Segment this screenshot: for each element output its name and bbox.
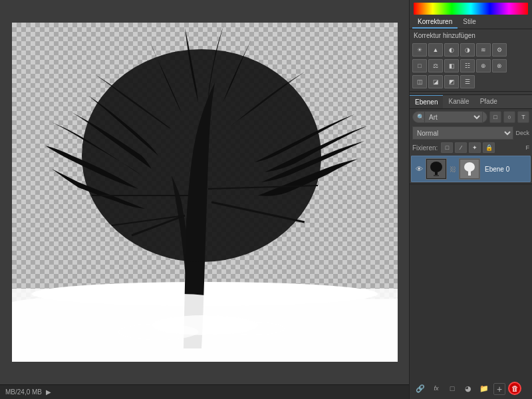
new-layer-btn[interactable]: +	[493, 383, 505, 395]
adj-invert[interactable]: ⊕	[476, 59, 491, 72]
canvas-area: MB/24,0 MB ▶	[0, 0, 409, 399]
layer-type-filter[interactable]: Art	[424, 111, 483, 123]
tab-pfade[interactable]: Pfade	[475, 95, 503, 108]
layer-mask-thumbnail	[459, 158, 480, 180]
app-layout: MB/24,0 MB ▶ Korrekturen Stile Korrektur…	[0, 0, 532, 399]
tab-stile[interactable]: Stile	[458, 16, 481, 29]
layer-thumb-svg	[427, 160, 446, 178]
adj-levels[interactable]: ▲	[428, 43, 443, 57]
adj-icons-row2: □ ⚖ ◧ ☷ ⊕ ⊗	[410, 58, 532, 74]
adj-poster[interactable]: ⊗	[492, 59, 507, 72]
layer-chain-icon: ⛓	[449, 166, 457, 173]
layer-icon-btn1[interactable]: □	[489, 111, 501, 123]
adj-icons-row1: ☀ ▲ ◐ ◑ ≋ ⚙	[410, 42, 532, 58]
canvas-container	[12, 23, 398, 362]
color-gradient-bar	[414, 3, 528, 15]
adj-threshold[interactable]: ◫	[412, 75, 427, 88]
search-wrapper[interactable]: 🔍 Art	[412, 111, 487, 123]
adj-bw[interactable]: ⚖	[428, 59, 443, 72]
svg-point-2	[82, 49, 321, 262]
blend-row: Normal Deck	[410, 125, 532, 141]
add-mask-btn[interactable]: □	[446, 382, 459, 395]
canvas-wrapper	[0, 0, 409, 384]
adj-icons-row3: ◫ ◪ ◩ ☰	[410, 74, 532, 90]
fix-label: Fixieren:	[412, 144, 438, 152]
link-layers-btn[interactable]: 🔗	[414, 382, 427, 395]
search-icon: 🔍	[417, 114, 424, 120]
layer-name: Ebene 0	[482, 166, 527, 173]
fix-icon-transparency[interactable]: □	[441, 142, 453, 153]
tab-kanaele[interactable]: Kanäle	[443, 95, 474, 108]
adj-vibrance[interactable]: ≋	[476, 43, 491, 57]
delete-layer-btn[interactable]: 🗑	[508, 382, 521, 395]
adj-pattern[interactable]: ☰	[460, 75, 475, 88]
adj-channel[interactable]: ☷	[460, 59, 475, 72]
tab-ebenen[interactable]: Ebenen	[410, 95, 443, 108]
svg-point-12	[430, 162, 442, 172]
layer-visibility-toggle[interactable]: 👁	[414, 164, 424, 174]
layer-style-btn[interactable]: fx	[430, 382, 443, 395]
adj-photo[interactable]: ◧	[444, 59, 459, 72]
tree-image	[12, 23, 398, 362]
adj-curves[interactable]: ◐	[444, 43, 459, 57]
svg-point-10	[152, 315, 258, 335]
layer-toolbar: 🔗 fx □ ◕ 📁 + 🗑	[410, 184, 532, 399]
top-tabs: Korrekturen Stile	[410, 16, 532, 29]
status-bar: MB/24,0 MB ▶	[0, 384, 409, 399]
new-adj-layer-btn[interactable]: ◕	[462, 382, 475, 395]
right-panel: Korrekturen Stile Korrektur hinzufügen ☀…	[409, 0, 532, 399]
search-row: 🔍 Art □ ○ T	[410, 109, 532, 125]
adj-selective[interactable]: ◩	[444, 75, 459, 88]
adj-exposure[interactable]: ◑	[460, 43, 475, 57]
layer-mask-svg	[460, 160, 479, 178]
divider1	[410, 91, 532, 92]
adj-gradient[interactable]: ◪	[428, 75, 443, 88]
play-button[interactable]: ▶	[46, 388, 51, 396]
panel-tabs: Ebenen Kanäle Pfade	[410, 94, 532, 109]
fix-icon-paint[interactable]: ⁄	[455, 142, 467, 153]
fx-label: F	[526, 144, 530, 151]
tree-svg	[12, 23, 398, 362]
fix-row: Fixieren: □ ⁄ ✦ 🔒 F	[410, 141, 532, 154]
korrektur-header: Korrektur hinzufügen	[410, 29, 532, 42]
tab-korrekturen[interactable]: Korrekturen	[412, 16, 458, 29]
svg-rect-17	[468, 171, 471, 176]
fix-icon-all[interactable]: 🔒	[483, 142, 495, 153]
blend-mode-select[interactable]: Normal	[412, 126, 513, 140]
layer-row[interactable]: 👁 ⛓ Ebene 0	[411, 156, 531, 182]
deck-label: Deck	[515, 130, 529, 136]
svg-point-16	[464, 162, 475, 172]
adj-hsl[interactable]: ⚙	[492, 43, 507, 57]
svg-rect-14	[434, 175, 439, 176]
fix-icon-position[interactable]: ✦	[469, 142, 481, 153]
layer-icon-btn3[interactable]: T	[517, 111, 529, 123]
adj-colbal[interactable]: □	[412, 59, 427, 72]
status-text: MB/24,0 MB	[5, 388, 42, 396]
new-group-btn[interactable]: 📁	[477, 382, 491, 395]
adj-brightness[interactable]: ☀	[412, 43, 427, 57]
layer-icon-btn2[interactable]: ○	[503, 111, 515, 123]
layer-thumbnail1	[426, 158, 447, 180]
